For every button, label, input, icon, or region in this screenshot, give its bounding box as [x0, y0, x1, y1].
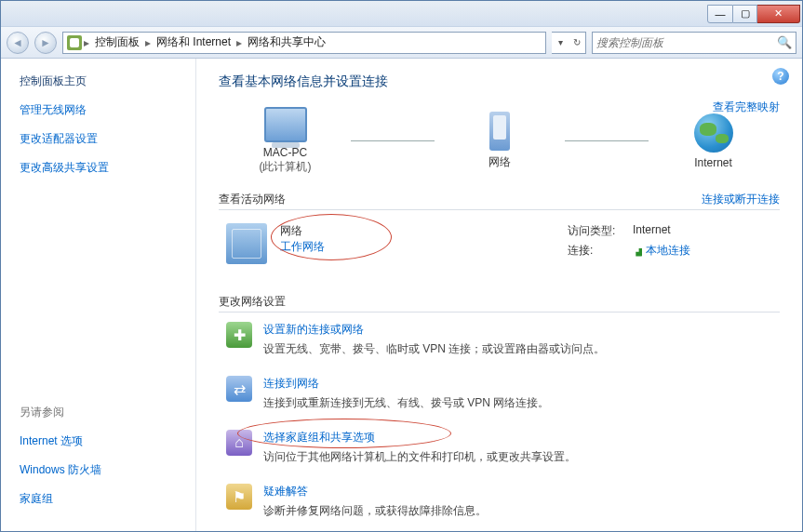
connection-line	[351, 140, 435, 141]
breadcrumb-item[interactable]: 控制面板	[91, 34, 143, 50]
connection-value: 本地连接	[646, 243, 690, 259]
address-bar: ◄ ► ▸ 控制面板 ▸ 网络和 Internet ▸ 网络和共享中心 ▾ ↻ …	[1, 27, 802, 59]
page-title: 查看基本网络信息并设置连接	[219, 73, 780, 90]
setting-desc: 访问位于其他网络计算机上的文件和打印机，或更改共享设置。	[263, 449, 576, 465]
setting-connect-network[interactable]: ⇄ 连接到网络 连接到或重新连接到无线、有线、拨号或 VPN 网络连接。	[219, 366, 780, 420]
breadcrumb-item[interactable]: 网络和共享中心	[244, 34, 329, 50]
close-button[interactable]: ✕	[757, 5, 800, 23]
setting-title[interactable]: 设置新的连接或网络	[263, 322, 605, 338]
setting-title[interactable]: 疑难解答	[263, 484, 487, 499]
access-type-value: Internet	[633, 223, 671, 239]
access-type-label: 访问类型:	[568, 223, 633, 239]
setting-troubleshoot[interactable]: ⚑ 疑难解答 诊断并修复网络问题，或获得故障排除信息。	[219, 474, 780, 528]
connection-label: 连接:	[568, 243, 633, 259]
window: — ▢ ✕ ◄ ► ▸ 控制面板 ▸ 网络和 Internet ▸ 网络和共享中…	[0, 0, 803, 532]
refresh-button[interactable]: ↻	[569, 37, 585, 47]
sidebar-home[interactable]: 控制面板主页	[20, 73, 184, 89]
titlebar: — ▢ ✕	[1, 1, 802, 27]
see-also-firewall[interactable]: Windows 防火墙	[20, 462, 184, 478]
breadcrumb[interactable]: ▸ 控制面板 ▸ 网络和 Internet ▸ 网络和共享中心	[62, 32, 546, 54]
sidebar-link-adapter[interactable]: 更改适配器设置	[20, 131, 184, 147]
sidebar: 控制面板主页 管理无线网络 更改适配器设置 更改高级共享设置 另请参阅 Inte…	[1, 59, 196, 531]
network-map: MAC-PC (此计算机) 网络 Internet	[219, 107, 780, 175]
search-icon[interactable]: 🔍	[777, 35, 792, 49]
see-also-homegroup[interactable]: 家庭组	[20, 491, 184, 507]
connect-disconnect-link[interactable]: 连接或断开连接	[702, 192, 780, 207]
globe-icon	[694, 113, 733, 153]
plus-icon: ✚	[226, 322, 252, 348]
active-network-type-link[interactable]: 工作网络	[280, 239, 448, 255]
setting-desc: 设置无线、宽带、拨号、临时或 VPN 连接；或设置路由器或访问点。	[263, 341, 605, 357]
connection-link[interactable]: 本地连接	[633, 243, 690, 259]
node-sublabel: (此计算机)	[221, 159, 351, 175]
nav-back-button[interactable]: ◄	[7, 32, 29, 54]
search-box[interactable]: 🔍	[592, 32, 796, 54]
see-also-header: 另请参阅	[20, 405, 184, 420]
homegroup-icon: ⌂	[226, 430, 252, 456]
node-this-computer: MAC-PC (此计算机)	[221, 107, 351, 175]
computer-icon	[264, 107, 307, 142]
active-network-name: 网络	[280, 223, 448, 239]
setting-new-connection[interactable]: ✚ 设置新的连接或网络 设置无线、宽带、拨号、临时或 VPN 连接；或设置路由器…	[219, 313, 780, 366]
connect-icon: ⇄	[226, 376, 252, 402]
maximize-button[interactable]: ▢	[733, 5, 757, 23]
header-text: 查看活动网络	[219, 192, 286, 207]
node-label: Internet	[649, 156, 779, 169]
help-icon[interactable]: ?	[772, 68, 789, 85]
minimize-button[interactable]: —	[707, 5, 733, 23]
nav-forward-button[interactable]: ►	[34, 32, 57, 54]
header-text: 更改网络设置	[219, 294, 286, 310]
change-settings-header: 更改网络设置	[219, 294, 780, 313]
network-device-icon	[489, 112, 510, 151]
main-content: ? 查看基本网络信息并设置连接 查看完整映射 MAC-PC (此计算机) 网络 …	[196, 59, 802, 531]
chevron-right-icon: ▸	[143, 36, 153, 49]
setting-desc: 诊断并修复网络问题，或获得故障排除信息。	[263, 503, 487, 519]
network-icon	[226, 223, 267, 264]
active-network-row: 网络 工作网络 访问类型: Internet 连接: 本地连接	[219, 210, 780, 277]
node-label: MAC-PC	[221, 146, 351, 159]
troubleshoot-icon: ⚑	[226, 484, 252, 510]
breadcrumb-item[interactable]: 网络和 Internet	[153, 34, 234, 50]
search-input[interactable]	[596, 36, 777, 49]
node-label: 网络	[435, 154, 565, 170]
active-network-properties: 访问类型: Internet 连接: 本地连接	[568, 223, 772, 262]
setting-desc: 连接到或重新连接到无线、有线、拨号或 VPN 网络连接。	[263, 395, 549, 411]
setting-title[interactable]: 选择家庭组和共享选项	[263, 430, 576, 446]
see-also-internet-options[interactable]: Internet 选项	[20, 433, 184, 449]
history-dropdown-button[interactable]: ▾	[552, 37, 569, 47]
setting-homegroup-sharing[interactable]: ⌂ 选择家庭组和共享选项 访问位于其他网络计算机上的文件和打印机，或更改共享设置…	[219, 420, 780, 474]
node-internet: Internet	[649, 113, 779, 169]
connection-line	[565, 140, 649, 141]
address-controls: ▾ ↻	[552, 32, 586, 54]
node-network: 网络	[435, 112, 565, 170]
active-network-header: 查看活动网络 连接或断开连接	[219, 192, 780, 210]
signal-icon	[633, 246, 642, 257]
sidebar-link-sharing[interactable]: 更改高级共享设置	[20, 160, 184, 176]
sidebar-link-wireless[interactable]: 管理无线网络	[20, 102, 184, 118]
setting-title[interactable]: 连接到网络	[263, 376, 549, 392]
control-panel-icon	[67, 35, 82, 50]
chevron-right-icon: ▸	[234, 36, 244, 49]
chevron-right-icon: ▸	[82, 36, 91, 49]
